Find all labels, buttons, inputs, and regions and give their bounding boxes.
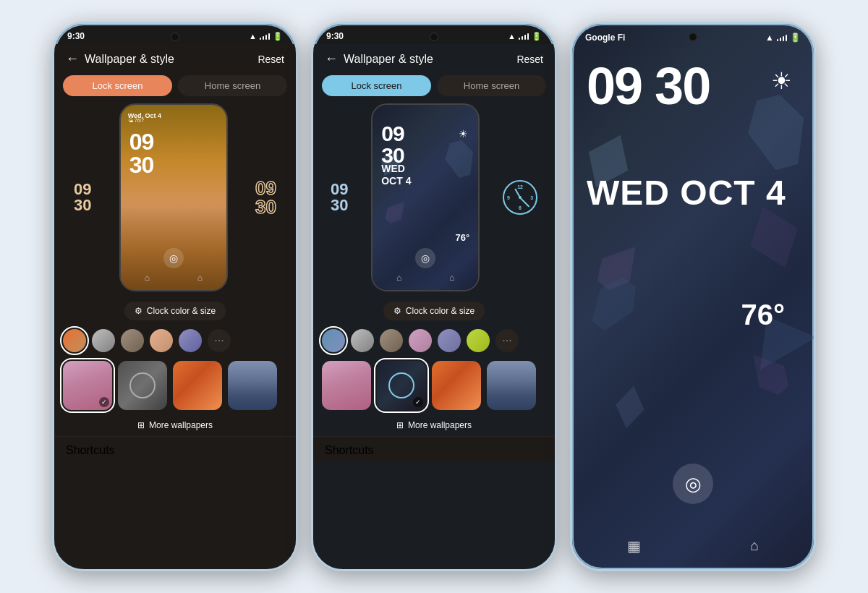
- color-dot-2-5[interactable]: [438, 329, 461, 352]
- ws-header-left-1: ← Wallpaper & style: [66, 51, 174, 67]
- color-dot-1-4[interactable]: [150, 329, 173, 352]
- shortcuts-bar-2: Shortcuts: [313, 436, 555, 461]
- preview-date-2: WEDOCT 4: [381, 163, 411, 187]
- reset-button-2[interactable]: Reset: [516, 54, 543, 65]
- wallpaper-thumbs-1: ✓: [54, 357, 296, 414]
- fs-time-3: 09 30: [587, 57, 710, 115]
- more-wallpapers-label-1: More wallpapers: [149, 420, 213, 430]
- back-button-1[interactable]: ←: [66, 51, 79, 67]
- more-wallpapers-label-2: More wallpapers: [408, 420, 472, 430]
- phone-3: Google Fi ▲ 🔋 09 30 ☀ WED OCT 4 76° ◎: [570, 22, 816, 571]
- fs-qr-icon-3: ▦: [627, 537, 641, 555]
- thumb-orange-1[interactable]: [173, 361, 222, 410]
- reset-button-1[interactable]: Reset: [258, 54, 284, 65]
- thumb-check-1: ✓: [99, 397, 109, 407]
- more-colors-2[interactable]: ···: [495, 329, 519, 352]
- thumb-desert-pink-2[interactable]: [322, 361, 371, 410]
- thumb-orange-2[interactable]: [432, 361, 481, 410]
- color-dot-1-5[interactable]: [179, 329, 202, 352]
- clock-option-outline-1[interactable]: 0930: [255, 179, 276, 216]
- color-dot-2-1[interactable]: [322, 329, 345, 352]
- fs-signal-3: [777, 34, 787, 41]
- thumb-watch-1[interactable]: [118, 361, 167, 410]
- fs-status-bar-3: Google Fi ▲ 🔋: [572, 24, 814, 46]
- analog-6: 6: [519, 205, 522, 210]
- gear-icon-2: ⚙: [393, 306, 401, 316]
- phone-2-wrapper: 9:30 ▲ 🔋 ← Wallpaper & style Reset: [311, 22, 557, 571]
- ws-ui-2: ← Wallpaper & style Reset Lock screen Ho…: [313, 44, 555, 569]
- more-wallpapers-btn-1[interactable]: ⊞ More wallpapers: [130, 417, 220, 433]
- fs-home-icon-3: ⌂: [750, 537, 759, 555]
- ws-header-2: ← Wallpaper & style Reset: [313, 44, 555, 72]
- camera-notch-2: [430, 33, 438, 41]
- status-icons-2: ▲ 🔋: [508, 32, 542, 41]
- gear-icon-1: ⚙: [135, 306, 142, 316]
- color-dot-1-1[interactable]: [63, 329, 86, 352]
- camera-notch-1: [171, 33, 179, 41]
- phone-preview-1: Wed, Oct 4 🌤 76/7 0930 ◎ ⌂ ⌂: [119, 103, 228, 291]
- color-dot-2-6[interactable]: [467, 329, 490, 352]
- tab-lock-screen-2[interactable]: Lock screen: [322, 75, 431, 96]
- fs-fingerprint-3[interactable]: ◎: [673, 464, 713, 504]
- more-wallpapers-btn-2[interactable]: ⊞ More wallpapers: [389, 417, 479, 433]
- fs-wifi-icon-3: ▲: [765, 33, 774, 43]
- color-dot-1-2[interactable]: [92, 329, 115, 352]
- thumb-city-1[interactable]: [228, 361, 277, 410]
- clock-option-analog-2[interactable]: 12 6 3 9: [503, 180, 537, 215]
- side-clock-bold-1: 0930: [74, 182, 91, 213]
- analog-3: 3: [530, 195, 533, 200]
- thumb-desert-pink-1[interactable]: ✓: [63, 361, 112, 410]
- phone-3-wrapper: Google Fi ▲ 🔋 09 30 ☀ WED OCT 4 76° ◎: [570, 22, 816, 571]
- fs-date-3: WED OCT 4: [587, 176, 786, 210]
- color-dot-2-2[interactable]: [351, 329, 374, 352]
- fingerprint-2[interactable]: ◎: [415, 248, 435, 268]
- fingerprint-1[interactable]: ◎: [163, 248, 184, 268]
- thumb-watch-2[interactable]: ✓: [377, 361, 426, 410]
- status-time-1: 9:30: [67, 31, 85, 41]
- color-dot-2-4[interactable]: [409, 329, 432, 352]
- phone-2: 9:30 ▲ 🔋 ← Wallpaper & style Reset: [311, 22, 557, 571]
- battery-icon-2: 🔋: [532, 32, 542, 41]
- shortcuts-label-2: Shortcuts: [325, 444, 374, 456]
- preview-weather-small-1: 🌤 76/7: [128, 118, 145, 123]
- back-button-2[interactable]: ←: [325, 51, 338, 67]
- tab-home-screen-1[interactable]: Home screen: [178, 75, 287, 96]
- preview-bottom-2: ⌂ ⌂: [373, 273, 478, 283]
- clock-outline-1: 0930: [255, 179, 276, 216]
- ws-header-1: ← Wallpaper & style Reset: [54, 44, 296, 72]
- clock-option-left-2[interactable]: 0930: [331, 182, 348, 213]
- wifi-icon-2: ▲: [508, 32, 516, 40]
- preview-weather-2: 76°: [456, 232, 470, 243]
- clock-color-btn-1[interactable]: ⚙ Clock color & size: [124, 302, 226, 320]
- phone-preview-2: 0930 WEDOCT 4 76° ☀ ◎ ⌂ ⌂: [371, 103, 480, 291]
- thumb-city-2[interactable]: [487, 361, 536, 410]
- tab-lock-screen-1[interactable]: Lock screen: [63, 75, 172, 96]
- signal-icon-1: [260, 33, 270, 40]
- phone-1: 9:30 ▲ 🔋 ← Wallpaper & style Reset: [52, 22, 298, 571]
- clock-color-btn-2[interactable]: ⚙ Clock color & size: [383, 302, 485, 320]
- tab-row-2: Lock screen Home screen: [313, 72, 555, 103]
- wifi-icon-1: ▲: [249, 32, 257, 40]
- analog-12: 12: [517, 184, 523, 189]
- tab-home-screen-2[interactable]: Home screen: [437, 75, 546, 96]
- color-dot-1-3[interactable]: [121, 329, 144, 352]
- shortcuts-bar-1: Shortcuts: [54, 436, 296, 461]
- clock-previews-1: 0930 Wed, Oct 4 🌤 76/7 0930 ◎ ⌂: [54, 103, 296, 297]
- fs-carrier-3: Google Fi: [585, 33, 625, 43]
- tab-row-1: Lock screen Home screen: [54, 72, 296, 103]
- clock-option-bold-1[interactable]: 0930: [74, 182, 91, 213]
- color-dot-2-3[interactable]: [380, 329, 403, 352]
- phone-1-wrapper: 9:30 ▲ 🔋 ← Wallpaper & style Reset: [52, 22, 298, 571]
- more-colors-1[interactable]: ···: [208, 329, 231, 352]
- status-icons-1: ▲ 🔋: [249, 32, 283, 41]
- battery-icon-1: 🔋: [273, 32, 283, 41]
- fs-weather-3: 76°: [741, 299, 786, 331]
- signal-icon-2: [519, 33, 529, 40]
- fs-weather-icon-3: ☀: [771, 67, 792, 95]
- fs-weather-text-3: 76°: [741, 299, 786, 330]
- ws-title-1: Wallpaper & style: [85, 53, 174, 66]
- color-palette-2: ···: [313, 325, 555, 357]
- grid-icon-2: ⊞: [396, 420, 404, 430]
- crystal-3-2: [740, 90, 814, 174]
- ws-header-left-2: ← Wallpaper & style: [325, 51, 433, 67]
